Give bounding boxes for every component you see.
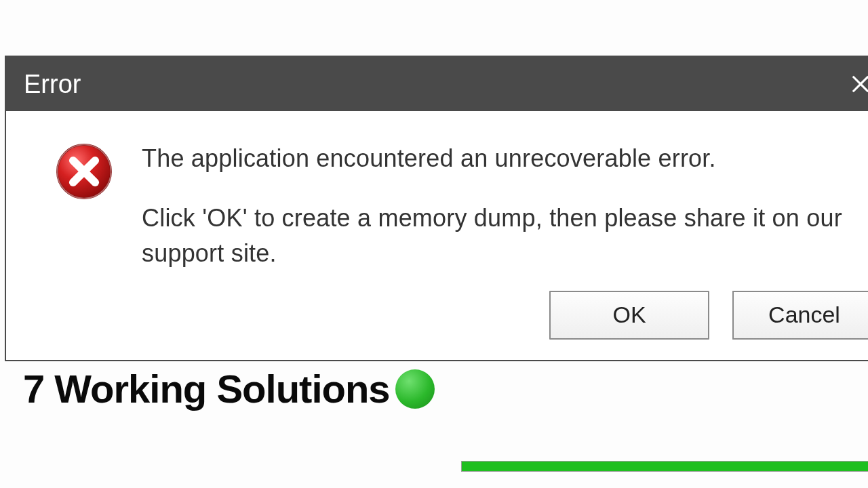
ok-button[interactable]: OK [549,291,709,340]
dialog-title: Error [24,70,853,99]
caption-text: 7 Working Solutions [23,366,390,411]
screenshot-frame: Error [0,0,868,488]
dialog-button-row: OK Cancel [6,279,868,360]
dialog-message-line2: Click 'OK' to create a memory dump, then… [142,201,844,271]
cancel-button[interactable]: Cancel [732,291,868,340]
error-icon [54,141,115,202]
green-dot-icon [395,369,435,409]
close-icon[interactable] [850,57,868,111]
dialog-message: The application encountered an unrecover… [142,141,844,272]
progress-bar-fragment [461,461,868,472]
error-dialog: Error [5,56,868,361]
video-caption-overlay: 7 Working Solutions [23,366,435,411]
dialog-titlebar[interactable]: Error [6,57,868,111]
dialog-body: The application encountered an unrecover… [6,111,868,279]
dialog-message-line1: The application encountered an unrecover… [142,141,844,176]
